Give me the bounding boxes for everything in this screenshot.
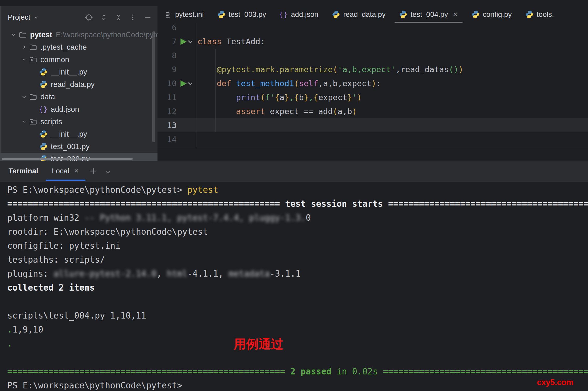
tree-item-label: common: [40, 55, 69, 64]
tab-read_data.py[interactable]: read_data.py: [325, 6, 392, 23]
tree-item-label: __init__.py: [51, 130, 87, 138]
tree-item-add.json[interactable]: {}add.json: [0, 103, 157, 115]
tree-item-label: read_data.py: [51, 80, 95, 89]
line-number: 12: [157, 104, 177, 118]
ini-icon: [164, 11, 172, 18]
tree-item-label: test_001.py: [51, 142, 90, 151]
tab-test_004.py[interactable]: test_004.py✕: [392, 6, 465, 23]
tree-item-label: .pytest_cache: [40, 43, 87, 51]
terminal-line: configfile: pytest.ini: [7, 239, 588, 253]
code-line-14[interactable]: 14: [157, 132, 588, 146]
active-terminal-tab-underline: [46, 180, 85, 181]
tab-add.json[interactable]: {}add.json: [273, 6, 325, 23]
tab-pytest.ini[interactable]: pytest.ini: [157, 6, 211, 23]
code-editor[interactable]: 67class TestAdd:89 @pytest.mark.parametr…: [157, 23, 588, 149]
code-line-8[interactable]: 8: [157, 48, 588, 62]
terminal-tab-local[interactable]: Local ✕: [52, 161, 79, 181]
close-tab-icon[interactable]: ✕: [453, 11, 458, 18]
chevron-down-icon[interactable]: [19, 56, 29, 63]
chevron-right-icon[interactable]: [19, 44, 29, 50]
tree-item-pytest[interactable]: pytestE:\workspace\pythonCode\pytes: [0, 28, 157, 41]
python-icon: [399, 10, 407, 19]
expand-selection-icon[interactable]: [100, 13, 108, 21]
tree-item-label: __init__.py: [51, 68, 87, 76]
project-vertical-scrollbar[interactable]: [152, 31, 155, 142]
code-text: def test_method1(self,a,b,expect):: [197, 76, 381, 90]
python-icon: [39, 80, 48, 88]
project-horizontal-scrollbar[interactable]: [2, 158, 133, 160]
line-number: 11: [157, 90, 177, 104]
line-number: 13: [157, 118, 177, 132]
tab-test_003.py[interactable]: test_003.py: [211, 6, 273, 23]
terminal-dropdown-icon[interactable]: [105, 168, 111, 175]
folder-icon: [29, 93, 37, 101]
new-terminal-icon[interactable]: [89, 167, 97, 175]
tab-label: test_004.py: [411, 10, 448, 19]
terminal-tab-label: Local: [52, 167, 69, 175]
tree-item-__init__.py[interactable]: __init__.py: [0, 66, 157, 78]
code-line-6[interactable]: 6: [157, 23, 588, 34]
json-icon: {}: [39, 105, 48, 113]
folder-icon: [29, 43, 37, 51]
project-view-selector[interactable]: Project: [8, 6, 40, 28]
line-number: 7: [157, 34, 177, 48]
terminal-line: [7, 295, 588, 309]
tab-tools.[interactable]: tools.: [519, 6, 561, 23]
tree-item-read_data.py[interactable]: read_data.py: [0, 78, 157, 91]
line-number: 6: [157, 23, 177, 34]
collapse-all-icon[interactable]: [114, 13, 122, 21]
code-line-9[interactable]: 9 @pytest.mark.parametrize('a,b,expect',…: [157, 62, 588, 76]
terminal-line: [7, 351, 588, 365]
tree-item-path: E:\workspace\pythonCode\pytes: [56, 31, 157, 39]
python-icon: [471, 10, 480, 19]
tree-item-data[interactable]: data: [0, 91, 157, 103]
code-text: print(f'{a},{b},{expect}'): [197, 90, 362, 104]
code-line-12[interactable]: 12 assert expect == add(a,b): [157, 104, 588, 118]
code-line-11[interactable]: 11 print(f'{a},{b},{expect}'): [157, 90, 588, 104]
ide-window: Project: [0, 0, 588, 391]
line-number: 10: [157, 76, 177, 90]
package-icon: [29, 55, 37, 64]
tree-item-common[interactable]: common: [0, 53, 157, 66]
terminal-console[interactable]: PS E:\workspace\pythonCode\pytest> pytes…: [0, 182, 588, 391]
code-line-13[interactable]: 13: [157, 118, 588, 132]
tree-item-__init__.py[interactable]: __init__.py: [0, 128, 157, 140]
tab-config.py[interactable]: config.py: [465, 6, 519, 23]
project-panel: Project: [0, 6, 157, 161]
editor-bottom-border: [157, 149, 588, 149]
terminal-header: Terminal Local ✕: [0, 161, 588, 182]
chevron-down-icon[interactable]: [19, 93, 29, 100]
tab-label: pytest.ini: [175, 10, 204, 19]
locate-file-icon[interactable]: [84, 13, 93, 22]
code-text: assert expect == add(a,b): [197, 104, 357, 118]
run-test-icon[interactable]: [178, 80, 194, 88]
chevron-down-icon: [33, 14, 40, 21]
terminal-line: plugins: allure-pytest-2.14.0, html-4.1.…: [7, 267, 588, 281]
chevron-down-icon[interactable]: [9, 31, 19, 38]
more-options-icon[interactable]: [129, 13, 137, 21]
hide-panel-icon[interactable]: [144, 13, 152, 21]
indent-guide: [215, 49, 216, 132]
terminal-line: testpaths: scripts/: [7, 253, 588, 267]
tree-item-test_001.py[interactable]: test_001.py: [0, 140, 157, 153]
python-icon: [217, 10, 226, 19]
terminal-line: PS E:\workspace\pythonCode\pytest> pytes…: [7, 183, 588, 197]
tree-item-.pytest_cache[interactable]: .pytest_cache: [0, 41, 157, 53]
tab-label: tools.: [537, 10, 554, 19]
line-number: 14: [157, 132, 177, 146]
code-line-7[interactable]: 7class TestAdd:: [157, 34, 588, 48]
code-line-10[interactable]: 10 def test_method1(self,a,b,expect):: [157, 76, 588, 90]
run-test-icon[interactable]: [178, 38, 194, 47]
code-text: @pytest.mark.parametrize('a,b,expect',re…: [197, 62, 463, 76]
terminal-line: PS E:\workspace\pythonCode\pytest>: [7, 379, 588, 391]
tab-label: config.py: [483, 10, 512, 19]
terminal-line: ========================================…: [7, 197, 588, 211]
annotation-pass-label: 用例通过: [234, 336, 283, 352]
json-icon: {}: [279, 10, 288, 19]
chevron-down-icon[interactable]: [19, 118, 29, 125]
close-terminal-tab-icon[interactable]: ✕: [74, 167, 79, 175]
tree-item-scripts[interactable]: scripts: [0, 115, 157, 128]
terminal-panel: Terminal Local ✕ PS E:\workspace\pythonC…: [0, 161, 588, 391]
project-file-tree: pytestE:\workspace\pythonCode\pytes.pyte…: [0, 28, 157, 161]
editor-tab-bar: pytest.initest_003.py{}add.jsonread_data…: [157, 6, 588, 23]
